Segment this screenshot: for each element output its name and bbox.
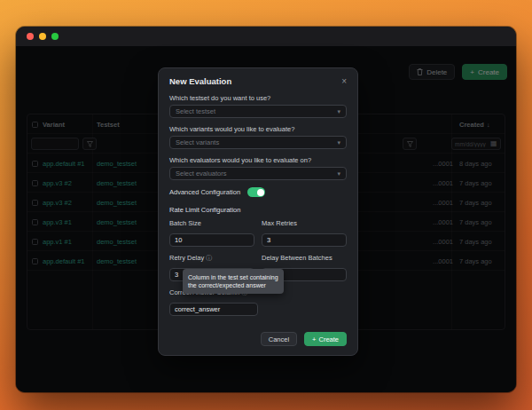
info-icon[interactable]: ⓘ: [206, 255, 212, 261]
zoom-window-button[interactable]: [51, 33, 59, 40]
desktop-wallpaper: Delete + Create Variant Testset Created …: [0, 0, 532, 410]
toggle-knob: [257, 189, 264, 196]
modal-footer: Cancel + Create: [159, 325, 357, 355]
close-window-button[interactable]: [27, 33, 34, 40]
batch-size-label: Batch Size: [169, 219, 254, 227]
evaluators-select[interactable]: Select evaluators ▾: [169, 167, 347, 180]
traffic-lights: [27, 33, 59, 40]
variants-question-label: Which variants would you like to evaluat…: [169, 125, 347, 133]
batch-size-input[interactable]: [169, 233, 254, 247]
testset-select[interactable]: Select testset ▾: [169, 105, 347, 118]
app-window: Delete + Create Variant Testset Created …: [16, 27, 516, 392]
rate-limit-heading: Rate Limit Configuration: [169, 206, 347, 214]
modal-header: New Evaluation ×: [159, 68, 357, 93]
create-button[interactable]: + Create: [304, 332, 347, 346]
close-icon[interactable]: ×: [341, 77, 347, 86]
chevron-down-icon: ▾: [337, 108, 340, 115]
batch-retries-row: Batch Size Max Retries: [169, 219, 347, 247]
modal-title: New Evaluation: [169, 76, 231, 86]
testset-select-placeholder: Select testset: [176, 107, 215, 115]
retry-delay-label-text: Retry Delay: [169, 254, 204, 262]
delay-between-batches-label: Delay Between Batches: [262, 254, 347, 262]
window-titlebar: [16, 27, 516, 46]
advanced-configuration-row: Advanced Configuration: [169, 187, 347, 197]
chevron-down-icon: ▾: [337, 139, 340, 146]
correct-answer-column-input[interactable]: [169, 303, 258, 316]
correct-answer-tooltip: Column in the test set containing the co…: [183, 269, 284, 294]
variants-select[interactable]: Select variants ▾: [169, 136, 347, 149]
plus-icon: +: [312, 335, 316, 343]
retry-delay-label: Retry Delayⓘ: [169, 254, 254, 262]
advanced-configuration-label: Advanced Configuration: [169, 188, 240, 196]
minimize-window-button[interactable]: [39, 33, 46, 40]
evaluators-question-label: Which evaluators would you like to evalu…: [169, 156, 347, 164]
cancel-button[interactable]: Cancel: [261, 332, 297, 346]
create-button-label: Create: [318, 335, 339, 343]
evaluators-select-placeholder: Select evaluators: [176, 170, 227, 177]
chevron-down-icon: ▾: [337, 170, 340, 177]
max-retries-label: Max Retries: [262, 219, 347, 227]
max-retries-input[interactable]: [262, 233, 347, 247]
testset-question-label: Which testset do you want to use?: [169, 94, 347, 102]
cancel-button-label: Cancel: [269, 335, 289, 343]
advanced-configuration-toggle[interactable]: [247, 187, 265, 197]
new-evaluation-modal: New Evaluation × Which testset do you wa…: [158, 67, 358, 356]
variants-select-placeholder: Select variants: [176, 138, 219, 146]
